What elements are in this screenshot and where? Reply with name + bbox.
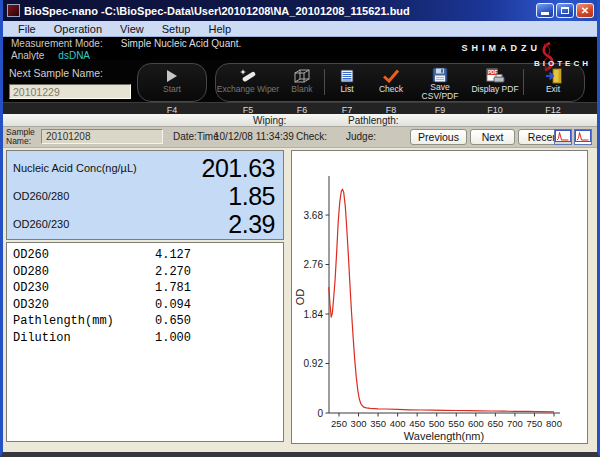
od260-280-value: 1.85 [228, 182, 275, 211]
check-label: Check [379, 85, 403, 94]
blank-button[interactable]: Blank F6 [280, 64, 324, 101]
svg-text:OD: OD [294, 289, 306, 306]
pathlength-row-value: 0.650 [155, 313, 191, 330]
floppy-disk-icon [432, 67, 448, 83]
brand-biotech: BIOTECH [534, 59, 591, 68]
results-panel: Nucleic Acid Conc(ng/µL) 201.63 OD260/28… [6, 150, 284, 240]
play-icon [164, 67, 180, 85]
exchange-wiper-label: Exchange Wiper [217, 85, 279, 94]
app-icon [7, 4, 20, 17]
next-button[interactable]: Next [470, 129, 515, 145]
next-sample-name-input[interactable] [9, 84, 131, 99]
wiping-label: Wiping: [253, 115, 286, 126]
result-row: OD260/230 2.39 [13, 210, 275, 238]
spectrum-thumbnail-icon [555, 130, 571, 142]
start-button[interactable]: Start F4 [138, 64, 206, 101]
blank-label: Blank [291, 85, 312, 94]
svg-text:750: 750 [527, 418, 543, 429]
exit-label: Exit [546, 85, 560, 94]
menu-item-view[interactable]: View [111, 23, 153, 35]
previous-button[interactable]: Previous [410, 129, 467, 145]
od230-label: OD230 [13, 280, 155, 297]
pathlength-row-label: Pathlength(mm) [13, 313, 155, 330]
spectrum-thumbnail-icon [575, 130, 591, 142]
dilution-value: 1.000 [155, 330, 191, 347]
list-button[interactable]: List F7 [325, 64, 369, 101]
svg-text:650: 650 [487, 418, 503, 429]
datetime-value: 10/12/08 11:34:39 [214, 131, 294, 142]
svg-text:350: 350 [370, 418, 386, 429]
result-row: OD260/280 1.85 [13, 182, 275, 210]
dilution-label: Dilution [13, 330, 155, 347]
start-label: Start [163, 85, 181, 94]
pathlength-label: Pathlength: [348, 115, 399, 126]
table-row: Dilution1.000 [13, 330, 277, 347]
details-panel: OD2604.127 OD2802.270 OD2301.781 OD3200.… [6, 242, 284, 442]
svg-text:0.92: 0.92 [304, 358, 324, 369]
check-icon [382, 67, 400, 85]
cuvette-cube-icon [293, 67, 311, 85]
app-window: BioSpec-nano -C:\BioSpec-Data\User\20101… [0, 0, 600, 457]
sample-name-field[interactable] [41, 129, 163, 144]
svg-text:600: 600 [468, 418, 484, 429]
menu-item-setup[interactable]: Setup [153, 23, 200, 35]
od230-value: 1.781 [155, 280, 191, 297]
minimize-button[interactable] [536, 3, 554, 18]
chart-panel: 00.921.842.763.6825030035040045050055060… [291, 150, 588, 444]
check-button[interactable]: Check F8 [369, 64, 413, 101]
svg-text:1.84: 1.84 [304, 309, 324, 320]
menu-item-file[interactable]: File [9, 23, 45, 35]
list-icon [338, 67, 356, 85]
spectrum-view-toggle-1[interactable] [554, 129, 572, 145]
menu-item-help[interactable]: Help [199, 23, 240, 35]
table-row: OD2802.270 [13, 264, 277, 281]
svg-text:Wavelength(nm): Wavelength(nm) [404, 430, 484, 442]
svg-text:0: 0 [317, 408, 323, 419]
measurement-header: Measurement Mode: Simple Nucleic Acid Qu… [3, 37, 597, 60]
toolbar-group-start: Start F4 [137, 63, 207, 102]
svg-text:500: 500 [429, 418, 445, 429]
judge-status-label: Judge: [346, 131, 376, 142]
table-row: OD2604.127 [13, 247, 277, 264]
svg-text:250: 250 [331, 418, 347, 429]
spectrum-plot: 00.921.842.763.6825030035040045050055060… [292, 151, 587, 443]
next-sample-name-label: Next Sample Name: [9, 67, 103, 79]
od260-280-label: OD260/280 [13, 190, 69, 202]
dna-helix-icon [539, 41, 555, 73]
measurement-mode-label: Measurement Mode: [11, 39, 103, 49]
status-strip: Wiping: Pathlength: [3, 114, 597, 127]
od320-label: OD320 [13, 297, 155, 314]
od320-value: 0.094 [155, 297, 191, 314]
exchange-wiper-button[interactable]: Exchange Wiper F5 [216, 64, 280, 101]
svg-text:450: 450 [409, 418, 425, 429]
od280-value: 2.270 [155, 264, 191, 281]
od280-label: OD280 [13, 264, 155, 281]
sample-bar: Sample Name: Date:Time 10/12/08 11:34:39… [3, 127, 597, 148]
table-row: OD3200.094 [13, 297, 277, 314]
od260-230-label: OD260/230 [13, 218, 69, 230]
concentration-label: Nucleic Acid Conc(ng/µL) [13, 162, 137, 174]
svg-text:2.76: 2.76 [304, 259, 324, 270]
svg-text:550: 550 [448, 418, 464, 429]
display-pdf-label: Display PDF [471, 85, 518, 94]
datetime-label: Date:Time [173, 131, 219, 142]
od260-label: OD260 [13, 247, 155, 264]
save-csv-pdf-label: Save CSV/PDF [413, 83, 467, 101]
title-bar[interactable]: BioSpec-nano -C:\BioSpec-Data\User\20101… [3, 0, 597, 21]
measurement-mode-value: Simple Nucleic Acid Quant. [121, 39, 242, 49]
concentration-value: 201.63 [202, 154, 275, 183]
result-row: Nucleic Acid Conc(ng/µL) 201.63 [13, 154, 275, 182]
svg-text:800: 800 [546, 418, 562, 429]
close-button[interactable]: ✕ [576, 3, 594, 18]
wiper-icon [238, 67, 258, 85]
brand-shimadzu: SHIMADZU [462, 43, 542, 53]
od260-230-value: 2.39 [228, 210, 275, 239]
svg-text:400: 400 [390, 418, 406, 429]
menu-item-operation[interactable]: Operation [45, 23, 111, 35]
maximize-button[interactable] [556, 3, 574, 18]
spectrum-view-toggle-2[interactable] [574, 129, 592, 145]
svg-text:3.68: 3.68 [304, 210, 324, 221]
list-label: List [340, 85, 353, 94]
table-row: Pathlength(mm)0.650 [13, 313, 277, 330]
od260-value: 4.127 [155, 247, 191, 264]
